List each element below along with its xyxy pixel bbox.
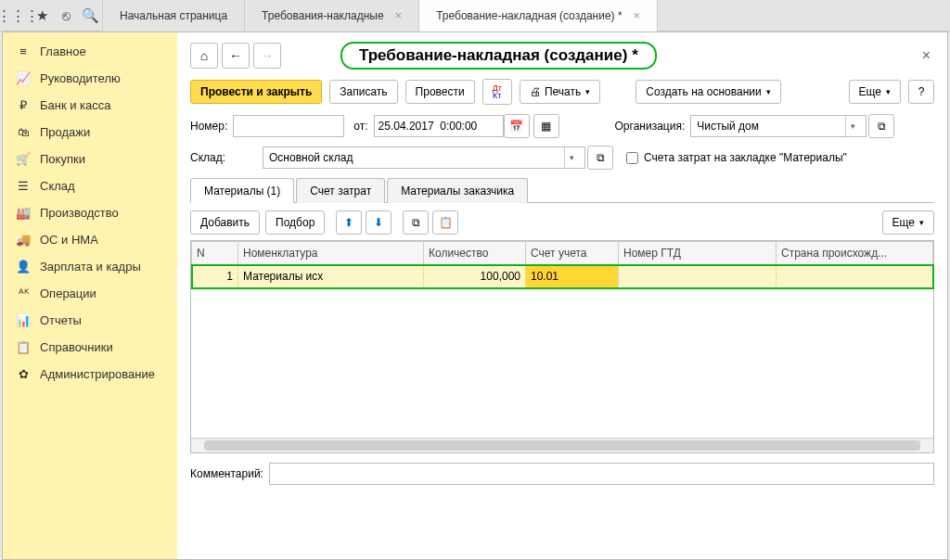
shelf-icon: ☰ [14,179,32,193]
cell-quantity[interactable]: 100,000 [424,265,526,288]
copy-button[interactable]: ⧉ [403,210,429,235]
chevron-down-icon: ▾ [886,87,891,96]
subtab-cost-account[interactable]: Счет затрат [296,178,385,203]
cell-country[interactable] [777,265,933,288]
number-label: Номер: [190,120,227,133]
period-button[interactable]: ▦ [533,114,559,138]
add-line-button[interactable]: Добавить [190,210,260,235]
table-row[interactable]: 1 Материалы исх 100,000 10.01 [192,265,933,288]
materials-table-wrap: N Номенклатура Количество Счет учета Ном… [190,240,934,453]
pick-button[interactable]: Подбор [265,210,325,235]
close-icon[interactable]: × [634,8,641,22]
org-label: Организация: [615,120,686,133]
scrollbar-thumb[interactable] [204,440,920,451]
apps-icon[interactable]: ⋮⋮⋮ [6,4,30,28]
create-based-button[interactable]: Создать на основании▾ [635,80,781,104]
bag-icon: 🛍 [14,125,32,139]
back-button[interactable]: ← [222,43,250,69]
page-icon: ▦ [541,120,551,133]
sidebar-item-admin[interactable]: ✿Администрирование [3,361,177,388]
dt-kt-icon: ДтКт [493,84,502,99]
tab-home[interactable]: Начальная страница [102,0,245,32]
report-icon: 📊 [14,313,32,327]
paste-button[interactable]: 📋 [432,210,458,235]
truck-icon: 🚚 [14,233,32,247]
chevron-down-icon: ▾ [766,87,771,96]
comment-input[interactable] [269,463,934,485]
h-scrollbar[interactable] [191,438,933,452]
tab-demands-list[interactable]: Требования-накладные× [245,0,419,32]
help-button[interactable]: ? [908,80,934,104]
sidebar-item-catalogs[interactable]: 📋Справочники [3,334,177,361]
col-gtd[interactable]: Номер ГТД [619,242,777,265]
date-input[interactable] [374,115,504,137]
calendar-button[interactable]: 📅 [504,114,530,138]
from-label: от: [353,120,367,133]
document-form: ⌂ ← → Требование-накладная (создание) * … [177,32,947,559]
star-icon[interactable]: ★ [30,4,54,28]
forward-button[interactable]: → [253,43,281,69]
action-toolbar: Провести и закрыть Записать Провести ДтК… [190,79,934,105]
main-icon: ≡ [14,45,32,58]
chevron-down-icon: ▾ [585,87,590,96]
sidebar-item-reports[interactable]: 📊Отчеты [3,307,177,334]
chevron-down-icon[interactable]: ▾ [845,116,860,136]
person-icon: 👤 [14,260,32,274]
line-more-button[interactable]: Еще▾ [882,210,934,235]
calendar-icon: 📅 [509,120,523,133]
move-down-button[interactable]: ⬇ [366,210,392,235]
warehouse-open-button[interactable]: ⧉ [587,146,613,170]
org-combo[interactable]: Чистый дом▾ [690,115,867,137]
cell-gtd[interactable] [619,265,777,288]
col-nomenclature[interactable]: Номенклатура [238,242,424,265]
tab-demand-create[interactable]: Требование-накладная (создание) *× [419,0,658,32]
sidebar-item-manager[interactable]: 📈Руководителю [3,65,177,92]
sidebar-item-production[interactable]: 🏭Производство [3,199,177,226]
cell-n[interactable]: 1 [192,265,238,288]
col-account[interactable]: Счет учета [526,242,619,265]
org-open-button[interactable]: ⧉ [868,114,894,138]
sidebar-item-salary[interactable]: 👤Зарплата и кадры [3,253,177,280]
write-button[interactable]: Записать [329,80,397,104]
dk-icon: ᴬᴷ [14,286,32,300]
col-quantity[interactable]: Количество [424,242,526,265]
chevron-down-icon: ▾ [919,218,924,227]
cart-icon: 🛒 [14,152,32,166]
more-button[interactable]: Еще▾ [849,80,901,104]
subtab-customer-materials[interactable]: Материалы заказчика [387,178,528,203]
top-tab-bar: ⋮⋮⋮ ★ ⎋ 🔍 Начальная страница Требования-… [0,0,950,32]
dt-kt-button[interactable]: ДтКт [482,79,512,105]
col-country[interactable]: Страна происхожд... [777,242,933,265]
warehouse-label: Склад: [190,151,257,164]
col-n[interactable]: N [192,242,238,265]
sidebar-item-main[interactable]: ≡Главное [3,38,177,65]
subtab-materials[interactable]: Материалы (1) [190,178,294,203]
print-button[interactable]: 🖨Печать▾ [520,80,600,104]
number-input[interactable] [233,115,344,137]
sidebar-item-sales[interactable]: 🛍Продажи [3,119,177,146]
home-button[interactable]: ⌂ [190,43,218,69]
close-form-button[interactable]: × [918,44,934,68]
history-icon[interactable]: ⎋ [54,4,78,28]
cell-nomenclature[interactable]: Материалы исх [238,265,424,288]
warehouse-combo[interactable]: Основной склад▾ [263,146,585,169]
sidebar-item-assets[interactable]: 🚚ОС и НМА [3,226,177,253]
sidebar-item-purchases[interactable]: 🛒Покупки [3,146,177,172]
chevron-down-icon[interactable]: ▾ [564,147,579,168]
cost-accounts-checkbox[interactable]: Счета затрат на закладке "Материалы" [626,151,847,164]
ruble-icon: ₽ [14,98,32,112]
search-icon[interactable]: 🔍 [78,4,102,28]
move-up-button[interactable]: ⬆ [336,210,362,235]
materials-table[interactable]: N Номенклатура Количество Счет учета Ном… [191,241,933,288]
close-icon[interactable]: × [395,8,403,22]
factory-icon: 🏭 [14,206,32,220]
cell-account[interactable]: 10.01 [526,265,619,288]
page-title: Требование-накладная (создание) * [340,42,657,70]
sidebar-item-warehouse[interactable]: ☰Склад [3,172,177,199]
comment-label: Комментарий: [190,467,263,480]
post-and-close-button[interactable]: Провести и закрыть [190,80,322,104]
post-button[interactable]: Провести [405,80,475,104]
sidebar-item-operations[interactable]: ᴬᴷОперации [3,280,177,307]
sidebar-item-bank[interactable]: ₽Банк и касса [3,92,177,119]
sidebar: ≡Главное 📈Руководителю ₽Банк и касса 🛍Пр… [3,32,177,559]
